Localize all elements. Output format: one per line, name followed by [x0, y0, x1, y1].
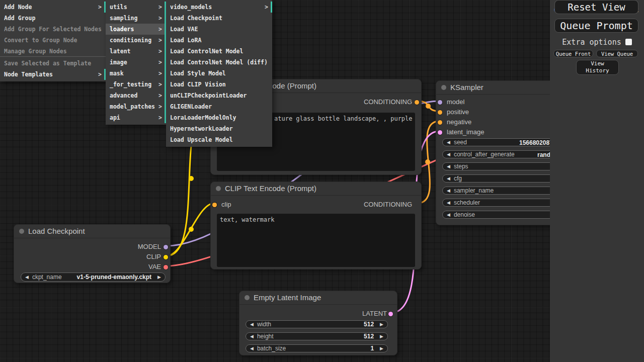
collapse-dot-icon[interactable] [245, 295, 250, 300]
increment-arrow-icon[interactable]: ▶ [380, 334, 383, 339]
input-slot[interactable] [438, 130, 442, 135]
queue-prompt-button[interactable]: Queue Prompt [554, 19, 638, 33]
node-header[interactable]: Empty Latent Image [239, 291, 397, 305]
decrement-arrow-icon[interactable]: ◀ [447, 140, 450, 145]
output-label: CONDITIONING [364, 97, 412, 107]
widget-label: control_after_generate [454, 151, 515, 158]
menu-item[interactable]: LoraLoaderModelOnly > [166, 112, 272, 123]
widget-list: ◀ ckpt_name v1-5-pruned-emaonly.ckpt ▶ [14, 273, 170, 282]
menu-item[interactable]: image > [106, 57, 166, 68]
widget-row[interactable]: ◀ batch_size 1 ▶ [246, 344, 388, 352]
decrement-arrow-icon[interactable]: ◀ [250, 322, 254, 327]
menu-item[interactable]: _for_testing > [106, 79, 166, 90]
slot-row: CLIP [14, 252, 170, 262]
view-history-button[interactable]: View History [576, 60, 619, 75]
decrement-arrow-icon[interactable]: ◀ [447, 176, 450, 181]
submenu-arrow-icon: > [158, 57, 162, 68]
menu-item[interactable]: mask > [106, 68, 166, 79]
menu-item[interactable]: Save Selected as Template > [0, 58, 106, 69]
decrement-arrow-icon[interactable]: ◀ [447, 164, 450, 169]
menu-item-label: Node Templates [4, 71, 53, 78]
menu-item[interactable]: unCLIPCheckpointLoader > [166, 90, 272, 101]
menu-item-label: Manage Group Nodes [4, 48, 67, 55]
menu-item-label: Load Style Model [170, 70, 226, 77]
conditioning-output-slot[interactable] [415, 100, 419, 105]
collapse-dot-icon[interactable] [441, 85, 446, 90]
menu-item[interactable]: Manage Group Nodes > [0, 46, 106, 57]
submenu-arrow-icon: > [265, 2, 268, 13]
menu-item-label: Load ControlNet Model (diff) [170, 59, 268, 66]
comfy-menu-panel: Queue size: 0 ✕ Queue Prompt Extra optio… [550, 0, 644, 362]
menu-item[interactable]: api > [106, 112, 166, 123]
prompt-textarea[interactable]: text, watermark [217, 214, 415, 267]
decrement-arrow-icon[interactable]: ◀ [447, 152, 450, 157]
view-queue-button[interactable]: View Queue [596, 50, 638, 57]
menu-item[interactable]: Add Node > [0, 2, 106, 13]
menu-item[interactable]: utils > [106, 2, 166, 13]
widget-value: v1-5-pruned-emaonly.ckpt [77, 274, 151, 281]
decrement-arrow-icon[interactable]: ◀ [250, 346, 254, 351]
graph-canvas[interactable]: CLIP Text Encode (Prompt) CONDITIONING a… [0, 0, 644, 362]
menu-item[interactable]: GLIGENLoader > [166, 101, 272, 112]
widget-label: sampler_name [454, 187, 494, 194]
sidebar-button[interactable]: Reset View [554, 0, 638, 14]
menu-item[interactable]: sampling > [106, 13, 166, 24]
menu-item[interactable]: Load Upscale Model > [166, 134, 272, 145]
prompt-text: ature glass bottle landscape, , purple g… [274, 115, 415, 122]
menu-item[interactable]: Load CLIP Vision > [166, 79, 272, 90]
menu-item[interactable]: Load ControlNet Model (diff) > [166, 57, 272, 68]
menu-item[interactable]: video_models > [166, 2, 272, 13]
queue-front-button[interactable]: Queue Front [553, 50, 593, 57]
decrement-arrow-icon[interactable]: ◀ [25, 275, 29, 280]
decrement-arrow-icon[interactable]: ◀ [447, 201, 450, 205]
widget-value: 512 [364, 321, 374, 328]
input-slot[interactable] [438, 110, 442, 115]
menu-item[interactable]: Load VAE > [166, 24, 272, 35]
output-slot[interactable] [164, 255, 168, 259]
menu-item[interactable]: conditioning > [106, 35, 166, 46]
output-slot[interactable] [164, 265, 168, 269]
increment-arrow-icon[interactable]: ▶ [380, 346, 383, 351]
decrement-arrow-icon[interactable]: ◀ [250, 334, 254, 339]
menu-item[interactable]: model_patches > [106, 101, 166, 112]
menu-item[interactable]: HypernetworkLoader > [166, 123, 272, 134]
input-slot[interactable] [438, 120, 442, 125]
decrement-arrow-icon[interactable]: ◀ [447, 213, 450, 217]
conditioning-output-slot[interactable] [212, 203, 217, 207]
node-header[interactable]: Load Checkpoint [14, 225, 170, 238]
node-clip-text-encode-negative[interactable]: CLIP Text Encode (Prompt) clip CONDITION… [210, 182, 422, 269]
increment-arrow-icon[interactable]: ▶ [380, 322, 383, 327]
ckpt-name-widget[interactable]: ◀ ckpt_name v1-5-pruned-emaonly.ckpt ▶ [21, 273, 166, 282]
node-load-checkpoint[interactable]: Load Checkpoint MODEL CLIP VAE ◀ ckpt_na… [14, 224, 171, 283]
widget-label: steps [454, 163, 468, 170]
collapse-dot-icon[interactable] [19, 229, 24, 234]
node-empty-latent-image[interactable]: Empty Latent Image LATENT ◀ width 512 ▶ … [239, 291, 397, 355]
menu-item[interactable]: loaders > [106, 24, 166, 35]
menu-item[interactable]: Load Checkpoint > [166, 13, 272, 24]
menu-item-label: conditioning [110, 37, 151, 44]
submenu-arrow-icon: > [98, 69, 102, 80]
output-slot[interactable] [164, 245, 168, 249]
input-slot[interactable] [438, 100, 442, 105]
menu-item[interactable]: Add Group > [0, 13, 106, 24]
menu-item[interactable]: Convert to Group Node > [0, 35, 106, 46]
node-header[interactable]: CLIP Text Encode (Prompt) [211, 182, 421, 196]
extra-options-checkbox[interactable] [625, 39, 632, 45]
input-label: latent_image [447, 128, 484, 136]
menu-item[interactable]: Load ControlNet Model > [166, 46, 272, 57]
menu-item-label: Add Node [4, 4, 32, 11]
widget-row[interactable]: ◀ height 512 ▶ [246, 332, 388, 340]
context-menu: Add Node > Add Group > Add Group For Sel… [0, 0, 106, 81]
latent-output-slot[interactable] [388, 312, 393, 316]
menu-item[interactable]: Load LoRA > [166, 35, 272, 46]
widget-row[interactable]: ◀ width 512 ▶ [246, 320, 388, 328]
menu-item[interactable]: Load Style Model > [166, 68, 272, 79]
menu-item[interactable]: advanced > [106, 90, 166, 101]
increment-arrow-icon[interactable]: ▶ [157, 275, 161, 280]
menu-item[interactable]: Add Group For Selected Nodes > [0, 24, 106, 35]
decrement-arrow-icon[interactable]: ◀ [447, 189, 450, 193]
menu-item[interactable]: latent > [106, 46, 166, 57]
collapse-dot-icon[interactable] [216, 186, 221, 191]
menu-item[interactable]: Node Templates > [0, 69, 106, 80]
node-title: Load Checkpoint [28, 227, 85, 235]
